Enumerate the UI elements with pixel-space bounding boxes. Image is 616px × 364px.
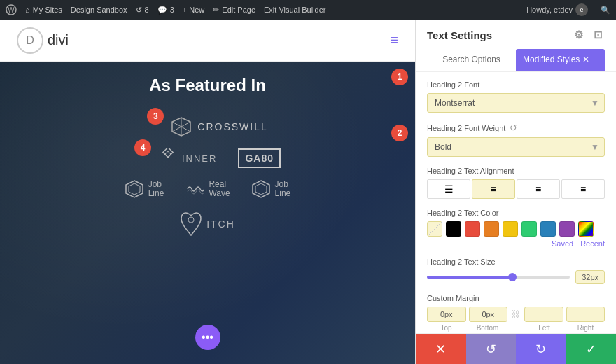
top-label: Top bbox=[427, 324, 465, 332]
my-sites-item[interactable]: ⌂ My Sites bbox=[25, 6, 62, 14]
cancel-button[interactable]: ✕ bbox=[416, 334, 466, 365]
inner-text: INNER bbox=[182, 153, 217, 164]
color-orange[interactable] bbox=[484, 221, 499, 237]
redo-button[interactable]: ↻ bbox=[516, 334, 566, 365]
divi-brand-name: divi bbox=[48, 32, 69, 48]
hamburger-menu[interactable]: ≡ bbox=[390, 32, 398, 48]
comments-item[interactable]: 💬 3 bbox=[158, 6, 174, 15]
saved-label[interactable]: Saved bbox=[552, 239, 573, 248]
line-text-2: Line bbox=[275, 189, 291, 198]
color-red[interactable] bbox=[465, 221, 480, 237]
hamburger-icon: ≡ bbox=[390, 32, 398, 48]
svg-marker-9 bbox=[129, 183, 140, 195]
margin-top-input[interactable] bbox=[427, 307, 466, 322]
wp-logo-item[interactable]: W bbox=[6, 4, 17, 15]
modified-close-icon[interactable]: ✕ bbox=[582, 55, 589, 64]
panel-close-icon[interactable]: ⊡ bbox=[591, 28, 605, 42]
color-green[interactable] bbox=[522, 221, 537, 237]
reset-icon: ↺ bbox=[486, 342, 496, 357]
custom-margin-group: Custom Margin ⛓ bbox=[427, 294, 605, 332]
revisions-count: 8 bbox=[145, 6, 149, 14]
margin-right-input[interactable] bbox=[566, 307, 606, 322]
margin-bottom-field bbox=[469, 307, 508, 322]
heading2-font-select-wrapper: Montserrat Open Sans Roboto ▼ bbox=[427, 93, 605, 113]
badge-1: 1 bbox=[391, 69, 408, 85]
panel-settings-icon[interactable]: ⚙ bbox=[571, 28, 585, 42]
svg-rect-6 bbox=[163, 148, 173, 158]
howdy-label: Howdy, etdev bbox=[526, 6, 573, 14]
design-sandbox-label: Design Sandbox bbox=[71, 6, 127, 14]
align-justify-button[interactable]: ≡ bbox=[561, 179, 605, 199]
recent-label[interactable]: Recent bbox=[580, 239, 605, 248]
margin-top-field bbox=[427, 307, 466, 322]
exit-visual-label: Exit Visual Builder bbox=[264, 6, 326, 14]
align-left-button[interactable]: ☰ bbox=[427, 179, 470, 199]
color-black[interactable] bbox=[446, 221, 461, 237]
howdy-item[interactable]: Howdy, etdev e bbox=[526, 4, 588, 16]
size-slider-track[interactable] bbox=[427, 276, 570, 279]
design-sandbox-item[interactable]: Design Sandbox bbox=[71, 6, 127, 14]
size-slider-thumb[interactable] bbox=[508, 273, 517, 281]
color-custom[interactable] bbox=[578, 221, 594, 237]
heading2-weight-select[interactable]: Bold Normal Light bbox=[427, 137, 605, 157]
align-center-button[interactable]: ≡ bbox=[472, 179, 515, 199]
crosswill-text: CROSSWILL bbox=[197, 121, 267, 132]
panel-header: Text Settings ⚙ ⊡ Search Options Modifie… bbox=[416, 20, 616, 72]
margin-left-field bbox=[524, 307, 564, 322]
floating-action-button[interactable]: ••• bbox=[195, 325, 220, 350]
page-area: D divi ≡ 1 As Featured In 2 bbox=[0, 20, 415, 364]
tab-search-options[interactable]: Search Options bbox=[427, 49, 516, 71]
panel-title-bar: Text Settings ⚙ ⊡ bbox=[427, 28, 605, 42]
admin-bar: W ⌂ My Sites Design Sandbox ↺ 8 💬 3 + Ne… bbox=[0, 0, 616, 20]
margin-link-icon[interactable]: ⛓ bbox=[510, 309, 522, 319]
pitch-logo: ITCH bbox=[180, 210, 235, 238]
svg-rect-7 bbox=[165, 151, 171, 157]
custom-margin-label: Custom Margin bbox=[427, 294, 605, 302]
edit-page-item[interactable]: ✏ Edit Page bbox=[213, 6, 255, 15]
heading2-size-group: Heading 2 Text Size 32px bbox=[427, 258, 605, 284]
search-icon: 🔍 bbox=[601, 6, 610, 15]
comments-count: 3 bbox=[170, 6, 174, 14]
size-slider-fill bbox=[427, 276, 512, 279]
margin-right-field bbox=[566, 307, 606, 322]
line-text-1: Line bbox=[148, 189, 164, 198]
realwave-logo: Real Wave bbox=[185, 179, 230, 199]
divi-logo-circle: D bbox=[17, 27, 43, 54]
new-item[interactable]: + New bbox=[183, 6, 205, 14]
exit-visual-builder-item[interactable]: Exit Visual Builder bbox=[264, 6, 326, 14]
my-sites-label: My Sites bbox=[33, 6, 62, 14]
svg-line-13 bbox=[428, 222, 442, 236]
badge-2: 2 bbox=[391, 125, 408, 141]
color-transparent[interactable] bbox=[427, 221, 442, 237]
heading2-font-label: Heading 2 Font bbox=[427, 80, 605, 89]
weight-reset-icon[interactable]: ↺ bbox=[510, 122, 517, 133]
panel-title-icons: ⚙ ⊡ bbox=[571, 28, 605, 42]
heading2-color-label: Heading 2 Text Color bbox=[427, 209, 605, 217]
color-purple[interactable] bbox=[559, 221, 575, 237]
edit-page-label: Edit Page bbox=[222, 6, 255, 14]
panel-title-text: Text Settings bbox=[427, 29, 492, 41]
crosswill-logo: CROSSWILL bbox=[171, 116, 267, 137]
logos-area: 3 CROSSWILL bbox=[0, 116, 415, 249]
tab-modified-styles[interactable]: Modified Styles ✕ bbox=[516, 49, 605, 71]
reset-button[interactable]: ↺ bbox=[466, 334, 517, 365]
svg-point-12 bbox=[188, 217, 194, 223]
inner-gabo-row: 4 INNER GA80 bbox=[14, 148, 401, 168]
main-layout: D divi ≡ 1 As Featured In 2 bbox=[0, 20, 616, 364]
panel-tabs: Search Options Modified Styles ✕ bbox=[427, 49, 605, 71]
heading2-font-select[interactable]: Montserrat Open Sans Roboto bbox=[427, 93, 605, 113]
margin-left-input[interactable] bbox=[524, 307, 564, 322]
edit-icon: ✏ bbox=[213, 6, 219, 15]
panel-body: Heading 2 Font Montserrat Open Sans Robo… bbox=[416, 72, 616, 333]
margin-bottom-input[interactable] bbox=[469, 307, 508, 322]
color-yellow[interactable] bbox=[503, 221, 518, 237]
crosswill-row: 3 CROSSWILL bbox=[14, 116, 401, 137]
align-right-button[interactable]: ≡ bbox=[517, 179, 560, 199]
revisions-item[interactable]: ↺ 8 bbox=[136, 6, 149, 15]
new-label: + New bbox=[183, 6, 205, 14]
size-slider-container: 32px bbox=[427, 270, 605, 284]
search-bar-icon[interactable]: 🔍 bbox=[601, 6, 610, 15]
color-blue[interactable] bbox=[540, 221, 556, 237]
divi-logo: D divi bbox=[17, 27, 69, 54]
save-button[interactable]: ✓ bbox=[566, 334, 617, 365]
